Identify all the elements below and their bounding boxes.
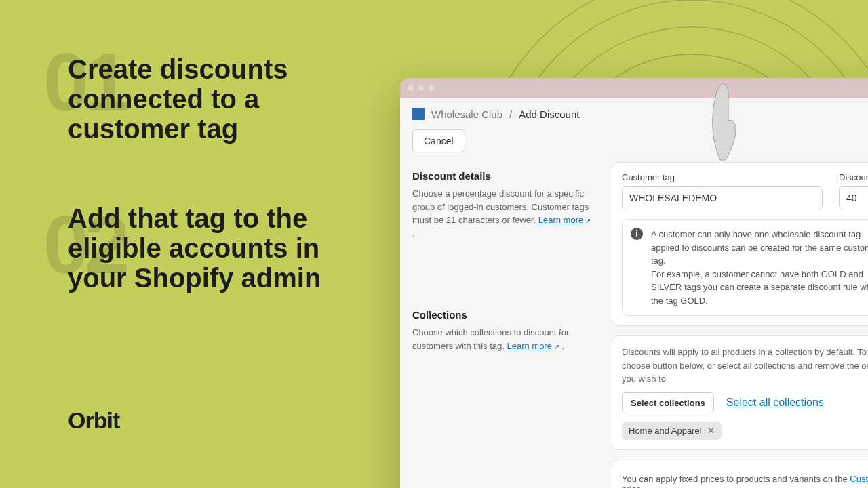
select-all-collections-link[interactable]: Select all collections: [726, 396, 824, 409]
collections-card: Discounts will apply to all products in …: [612, 336, 868, 450]
chip-remove-icon[interactable]: ✕: [707, 426, 715, 436]
external-icon: ↗: [554, 343, 559, 350]
info-text: A customer can only have one wholesale d…: [651, 228, 868, 307]
discount-pct-label: Discount %: [839, 172, 868, 182]
breadcrumb-app[interactable]: Wholesale Club: [431, 108, 502, 120]
app-window: Wholesale Club / Add Discount Cancel Dis…: [400, 78, 868, 488]
discount-pct-input[interactable]: [839, 186, 868, 209]
custom-price-note: You can apply fixed prices to products a…: [622, 474, 868, 489]
traffic-light-max[interactable]: [429, 85, 434, 91]
traffic-light-min[interactable]: [418, 85, 424, 91]
heading-step-2: Add that tag to the eligible accounts in…: [68, 203, 339, 293]
custom-price-text: You can apply fixed prices to products a…: [622, 474, 850, 484]
collection-chip-label: Home and Apparel: [629, 426, 702, 436]
brand-logo-text: Orbit: [68, 407, 119, 434]
info-callout: i A customer can only have one wholesale…: [622, 219, 868, 316]
collection-chip: Home and Apparel ✕: [622, 422, 722, 440]
collections-text: Choose which collections to discount for…: [412, 326, 595, 352]
cancel-button[interactable]: Cancel: [412, 129, 465, 152]
discount-details-text: Choose a percentage discount for a speci…: [412, 187, 595, 240]
app-icon: [412, 108, 425, 120]
custom-price-card: You can apply fixed prices to products a…: [612, 460, 868, 489]
select-collections-button[interactable]: Select collections: [622, 392, 714, 413]
collections-learn-more-link[interactable]: Learn more: [507, 341, 551, 351]
customer-tag-input[interactable]: [622, 186, 823, 209]
external-icon: ↗: [585, 217, 591, 224]
breadcrumb-page: Add Discount: [519, 108, 579, 120]
discount-learn-more-link[interactable]: Learn more: [538, 215, 583, 225]
customer-tag-label: Customer tag: [622, 172, 823, 182]
discount-details-title: Discount details: [412, 170, 595, 182]
discount-card: Customer tag Discount % i A customer can…: [612, 162, 868, 326]
collections-title: Collections: [412, 309, 595, 321]
collections-right-text: Discounts will apply to all products in …: [622, 346, 868, 386]
breadcrumb-sep: /: [509, 108, 512, 120]
breadcrumb: Wholesale Club / Add Discount: [400, 98, 868, 129]
traffic-light-close[interactable]: [408, 85, 414, 91]
heading-step-1: Create discounts connected to a customer…: [68, 54, 339, 144]
info-icon: i: [631, 228, 643, 240]
window-titlebar: [400, 78, 868, 98]
